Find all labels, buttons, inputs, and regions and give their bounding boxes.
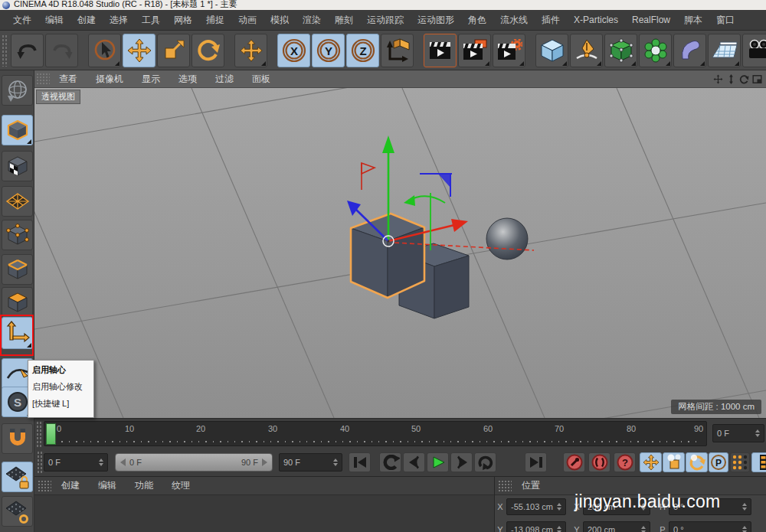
viewport-zoom-icon[interactable] [726, 74, 736, 84]
deformer-button[interactable] [639, 34, 672, 67]
coordinates-drag-handle[interactable] [498, 480, 512, 492]
spinner[interactable] [755, 429, 760, 437]
key-rotation-button[interactable] [686, 452, 708, 472]
loop-mode-button[interactable] [474, 452, 496, 472]
size-y-field[interactable]: 200 cm [583, 521, 650, 532]
key-scale-button[interactable] [663, 452, 685, 472]
material-menu-texture[interactable]: 纹理 [163, 479, 198, 492]
viewport-menu-cameras[interactable]: 摄像机 [87, 73, 133, 86]
menu-select[interactable]: 选择 [103, 14, 135, 27]
floor-object-button[interactable] [708, 34, 741, 67]
move-tool-button[interactable] [123, 34, 155, 67]
menu-pipeline[interactable]: 流水线 [493, 14, 535, 27]
viewport-drag-handle[interactable] [36, 73, 50, 85]
spinner[interactable] [99, 459, 103, 466]
material-menu-edit[interactable]: 编辑 [90, 479, 125, 492]
rotation-p-field[interactable]: 0 ° [669, 521, 751, 532]
menu-mesh[interactable]: 网格 [167, 14, 199, 27]
lock-y-button[interactable]: Y [312, 34, 345, 67]
workplane-button[interactable] [2, 186, 33, 217]
end-frame-field[interactable]: 90 F [279, 453, 342, 472]
camera-button[interactable] [742, 34, 766, 67]
material-menu-create[interactable]: 创建 [53, 479, 88, 492]
motion-mode-button[interactable] [751, 452, 766, 472]
menu-xparticles[interactable]: X-Particles [567, 15, 625, 25]
material-menu-function[interactable]: 功能 [126, 479, 162, 492]
spinner[interactable] [557, 503, 561, 511]
menu-mograph[interactable]: 运动图形 [411, 14, 461, 27]
transport-drag-handle[interactable] [37, 451, 43, 474]
menu-realflow[interactable]: RealFlow [625, 15, 677, 25]
edges-mode-button[interactable] [2, 254, 33, 285]
keyframe-selection-button[interactable]: ? [614, 452, 636, 472]
current-frame-field[interactable]: 0 F [44, 453, 108, 472]
preview-range-slider[interactable]: 0 F 90 F [115, 453, 273, 472]
range-right-arrow-icon[interactable] [262, 459, 267, 466]
viewport-menu-filter[interactable]: 过滤 [206, 73, 243, 86]
position-y-field[interactable]: -13.098 cm [506, 521, 566, 532]
material-list-area[interactable] [34, 495, 494, 532]
viewport-toggle-icon[interactable] [752, 74, 762, 84]
menu-sculpt[interactable]: 雕刻 [328, 14, 360, 27]
viewport-menu-display[interactable]: 显示 [133, 73, 169, 86]
toolbar-drag-handle[interactable] [2, 34, 8, 67]
key-position-button[interactable] [640, 452, 662, 472]
viewport-menu-view[interactable]: 查看 [50, 73, 87, 86]
scale-tool-button[interactable] [157, 34, 190, 67]
menu-render[interactable]: 渲染 [296, 14, 328, 27]
polygons-mode-button[interactable] [2, 287, 33, 318]
undo-button[interactable] [11, 34, 44, 67]
view-label[interactable]: 透视视图 [36, 90, 80, 104]
goto-end-button[interactable] [525, 452, 547, 472]
play-backwards-button[interactable] [379, 452, 401, 472]
menu-edit[interactable]: 编辑 [38, 14, 70, 27]
timeline-ruler[interactable]: 0 10 20 30 40 50 60 70 80 90 [44, 421, 707, 446]
menu-character[interactable]: 角色 [461, 14, 493, 27]
sphere-object[interactable] [486, 218, 528, 259]
redo-button[interactable] [45, 34, 78, 67]
subdivision-surface-button[interactable] [604, 34, 637, 67]
spinner[interactable] [333, 459, 338, 466]
menu-animate[interactable]: 动画 [231, 14, 264, 27]
lock-z-button[interactable]: Z [346, 34, 379, 67]
play-forwards-button[interactable] [427, 452, 449, 472]
viewport-pan-icon[interactable] [713, 74, 723, 84]
previous-frame-button[interactable] [403, 452, 425, 472]
timeline-drag-handle[interactable] [36, 421, 42, 447]
spline-pen-button[interactable] [570, 34, 603, 67]
menu-simulate[interactable]: 模拟 [264, 14, 296, 27]
spinner[interactable] [742, 526, 747, 532]
next-frame-button[interactable] [450, 452, 473, 472]
field-object-button[interactable] [673, 34, 706, 67]
model-mode-button[interactable] [2, 115, 33, 145]
enable-axis-button[interactable] [2, 317, 33, 349]
texture-mode-button[interactable] [2, 151, 33, 181]
add-cube-button[interactable] [535, 34, 568, 67]
spinner[interactable] [557, 526, 561, 532]
last-used-tool-button[interactable] [234, 34, 267, 67]
lock-workplane-button[interactable] [2, 462, 33, 492]
menu-plugins[interactable]: 插件 [535, 14, 567, 27]
material-drag-handle[interactable] [38, 480, 51, 492]
make-editable-button[interactable] [2, 75, 33, 106]
lock-x-button[interactable]: X [277, 34, 310, 67]
key-parameter-button[interactable]: P [709, 452, 728, 472]
menu-script[interactable]: 脚本 [677, 14, 709, 27]
autokeying-button[interactable] [588, 452, 611, 472]
viewport-menu-panel[interactable]: 面板 [243, 73, 280, 86]
position-x-field[interactable]: -55.103 cm [506, 498, 566, 515]
menu-create[interactable]: 创建 [70, 14, 103, 27]
menu-file[interactable]: 文件 [6, 14, 38, 27]
viewport-rotate-icon[interactable] [739, 74, 749, 84]
record-keyframe-button[interactable] [563, 452, 585, 472]
point-level-animation-button[interactable] [730, 452, 750, 472]
viewport-menu-options[interactable]: 选项 [169, 73, 206, 86]
spinner[interactable] [742, 503, 747, 511]
workplane-tool-button[interactable] [2, 496, 33, 527]
menu-window[interactable]: 窗口 [709, 14, 741, 27]
spinner[interactable] [641, 526, 646, 532]
range-left-arrow-icon[interactable] [120, 459, 126, 466]
rotate-tool-button[interactable] [192, 34, 224, 67]
menu-motion-tracker[interactable]: 运动跟踪 [360, 14, 411, 27]
viewport-canvas[interactable]: 透视视图 网格间距 : 1000 cm [34, 88, 766, 418]
